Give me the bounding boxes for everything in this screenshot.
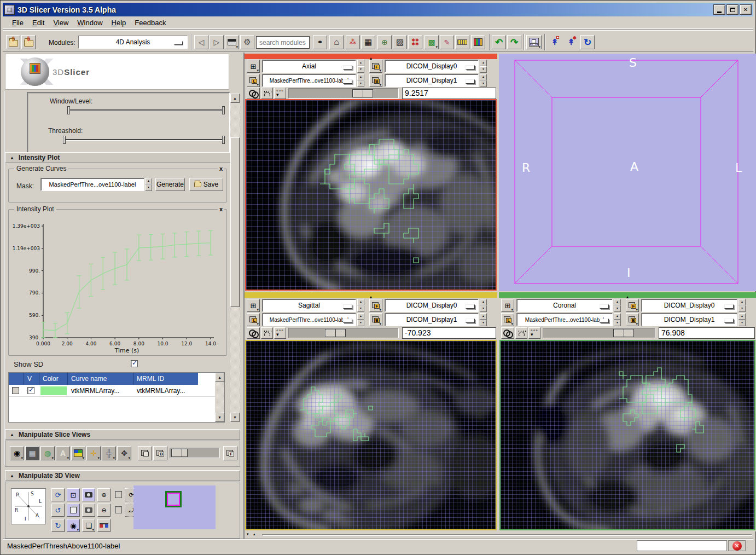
- roll-view-button[interactable]: ↻: [51, 519, 65, 532]
- sagittal-slice-slider[interactable]: [288, 328, 399, 338]
- sagittal-orientation-spinner[interactable]: ▲▼: [357, 299, 364, 312]
- menu-edit[interactable]: Edit: [28, 18, 49, 28]
- coronal-label-spinner[interactable]: ▲▼: [614, 313, 621, 326]
- rotate-axes-button[interactable]: ⟳: [51, 488, 65, 501]
- panel-scrollbar[interactable]: ▲ ▼: [230, 94, 240, 422]
- maximize-button[interactable]: [726, 4, 738, 15]
- section-manip-slice[interactable]: ▲Manipulate Slice Views: [5, 429, 240, 440]
- fiducial-add-button[interactable]: ↟: [548, 35, 562, 49]
- sagittal-link-button[interactable]: [247, 327, 260, 339]
- threshold-slider[interactable]: [63, 136, 225, 144]
- annotate-button[interactable]: ✎: [440, 35, 454, 49]
- coronal-orientation-select[interactable]: Coronal: [516, 299, 613, 312]
- spin-checkbox[interactable]: [115, 491, 122, 498]
- row-select-checkbox[interactable]: [12, 387, 19, 394]
- sagittal-orientation-select[interactable]: Sagittal: [262, 299, 356, 312]
- coronal-fg-select[interactable]: DICOM_Display0: [641, 299, 737, 312]
- table-scrollbar[interactable]: ▲▼: [215, 373, 224, 422]
- editor-button[interactable]: ▩▾: [424, 35, 439, 49]
- zoom-out-button[interactable]: ⊖: [97, 504, 111, 517]
- fiducial-star-button[interactable]: ↟✱: [564, 35, 578, 49]
- coronal-fg-button[interactable]: F▾: [626, 299, 639, 312]
- stereo-layers-button[interactable]: ❏▾: [82, 519, 95, 532]
- module-next-button[interactable]: ▷: [210, 35, 224, 49]
- load-scene-button[interactable]: ⇧: [6, 35, 20, 49]
- axial-orientation-spinner[interactable]: ▲▼: [357, 60, 364, 73]
- coronal-orientation-spinner[interactable]: ▲▼: [614, 299, 621, 312]
- close-button[interactable]: ✕: [740, 4, 752, 15]
- models-button[interactable]: ▨: [393, 35, 407, 49]
- axial-visibility-button[interactable]: [261, 88, 273, 99]
- module-prev-button[interactable]: ◁: [194, 35, 208, 49]
- menu-view[interactable]: View: [49, 18, 73, 28]
- sagittal-slice-value[interactable]: -70.923: [402, 327, 496, 339]
- look-from-button[interactable]: ◉▾: [67, 519, 80, 532]
- sagittal-dots-button[interactable]: °°°▾: [274, 327, 286, 339]
- axial-slice-slider[interactable]: [288, 88, 399, 99]
- coronal-slice-slider[interactable]: [543, 328, 655, 338]
- axial-slice-image[interactable]: [245, 99, 497, 291]
- coronal-dots-button[interactable]: °°°▾: [528, 327, 540, 339]
- spin-view-button[interactable]: ↺: [51, 504, 65, 517]
- home-button[interactable]: ⌂: [329, 35, 344, 49]
- fg-all-button[interactable]: [138, 446, 152, 460]
- layout-button[interactable]: ▾: [526, 35, 542, 49]
- coronal-label-button[interactable]: L▾: [501, 313, 514, 326]
- intensity-plot-chart[interactable]: 1.39e+0031.19e+003990.790.590.390.0.0002…: [9, 212, 226, 355]
- coronal-bg-spinner[interactable]: ▲▼: [738, 313, 746, 326]
- axial-dots-button[interactable]: °°°▾: [274, 88, 286, 99]
- menu-window[interactable]: Window: [73, 18, 107, 28]
- crosshair-button[interactable]: ✛▾: [86, 446, 101, 460]
- slice-annotation-button[interactable]: A▾: [56, 446, 70, 460]
- coronal-fg-spinner[interactable]: ▲▼: [738, 299, 746, 312]
- viewport-hscrollbar[interactable]: ▾ ▴: [245, 532, 753, 537]
- progress-cancel[interactable]: ✕: [728, 540, 746, 551]
- undo-button[interactable]: ↶: [492, 35, 506, 49]
- show-sd-checkbox[interactable]: [131, 360, 138, 367]
- curve-row[interactable]: vtkMRMLArray... vtkMRMLArray...: [9, 385, 224, 397]
- grid-crosshair-button[interactable]: ╬▾: [102, 446, 116, 460]
- sagittal-label-spinner[interactable]: ▲▼: [357, 313, 364, 326]
- section-intensity-plot[interactable]: ▲Intensity Plot: [5, 152, 237, 163]
- mask-dropdown[interactable]: MaskedPerfThre...ove1100-label: [40, 178, 144, 191]
- module-refresh-button[interactable]: ⚙: [240, 35, 254, 49]
- sagittal-fg-spinner[interactable]: ▲▼: [480, 299, 487, 312]
- zoom-in-button[interactable]: ⊕: [97, 488, 111, 501]
- axial-reformat-button[interactable]: ⊞▾: [247, 60, 260, 73]
- axial-fg-button[interactable]: F▾: [369, 60, 382, 73]
- sagittal-slice-image[interactable]: [245, 340, 497, 530]
- nav-preview[interactable]: [133, 485, 216, 529]
- axial-bg-select[interactable]: DICOM_Display1: [385, 74, 479, 87]
- bg-all-button[interactable]: B: [153, 446, 167, 460]
- coronal-visibility-button[interactable]: [515, 327, 527, 339]
- sagittal-bg-button[interactable]: B▾: [369, 313, 382, 326]
- axial-label-spinner[interactable]: ▲▼: [357, 74, 364, 87]
- minimize-button[interactable]: [713, 4, 725, 15]
- coronal-slice-value[interactable]: 76.908: [659, 327, 755, 339]
- menu-file[interactable]: File: [8, 18, 28, 28]
- rock-checkbox[interactable]: [115, 506, 122, 513]
- search-button[interactable]: ⚭: [313, 35, 327, 49]
- axial-label-select[interactable]: MaskedPerfThre...ove1100-label: [262, 74, 356, 87]
- camera2-button[interactable]: [82, 504, 95, 517]
- sagittal-bg-spinner[interactable]: ▲▼: [480, 313, 487, 326]
- slice-grid-button[interactable]: ▦: [25, 446, 39, 460]
- orientation-axis-widget[interactable]: P S L R I A: [11, 488, 46, 524]
- sagittal-label-button[interactable]: L▾: [247, 313, 260, 326]
- coronal-colorbar[interactable]: ▲: [499, 292, 756, 298]
- colors-button[interactable]: [471, 35, 485, 49]
- menu-feedback[interactable]: Feedback: [130, 18, 170, 28]
- modules-dropdown[interactable]: 4D Analysis: [78, 36, 188, 49]
- cube-button[interactable]: [67, 504, 80, 517]
- axial-bg-button[interactable]: B▾: [369, 74, 382, 87]
- transforms-button[interactable]: ✱✱✱✱: [408, 35, 422, 49]
- sagittal-visibility-button[interactable]: [261, 327, 273, 339]
- sagittal-fg-button[interactable]: F▾: [369, 299, 382, 312]
- menu-help[interactable]: Help: [107, 18, 131, 28]
- coronal-bg-select[interactable]: DICOM_Display1: [641, 313, 737, 326]
- axial-slice-value[interactable]: 9.2517: [402, 88, 496, 99]
- title-bar[interactable]: 3D Slicer Version 3.5 Alpha ✕: [3, 3, 753, 16]
- stereo-glasses-button[interactable]: [97, 519, 111, 532]
- pan-button[interactable]: ✥▾: [117, 446, 131, 460]
- axial-fg-spinner[interactable]: ▲▼: [480, 60, 487, 73]
